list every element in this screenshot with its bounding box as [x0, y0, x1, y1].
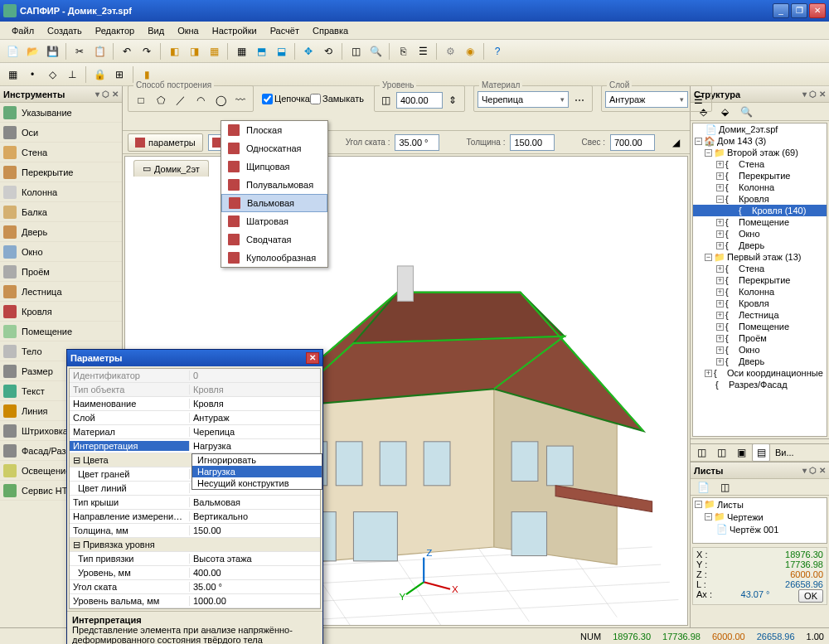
viewport-tab[interactable]: ▭ Домик_2эт	[133, 160, 209, 177]
view-icon[interactable]: ⬒	[252, 42, 270, 61]
prop-value[interactable]: 150.00	[190, 525, 320, 535]
level-input[interactable]	[396, 92, 443, 109]
prop-row[interactable]: Тип объектаКровля	[70, 383, 320, 397]
panel-pin-icon[interactable]: ▾ ⬡ ✕	[95, 90, 119, 99]
snap-grid-icon[interactable]: ▦	[3, 65, 22, 84]
menu-Настройки[interactable]: Настройки	[206, 24, 264, 37]
prop-value[interactable]: 0	[190, 370, 320, 380]
tool-Стена[interactable]: Стена	[0, 143, 122, 162]
prop-row[interactable]: НаименованиеКровля	[70, 397, 320, 411]
menu-Редактор[interactable]: Редактор	[89, 24, 141, 37]
prop-value[interactable]: Антураж	[190, 413, 320, 423]
tree-item[interactable]: −🏠Дом 143 (3)	[693, 135, 827, 147]
tool-Помещение[interactable]: Помещение	[0, 322, 122, 341]
shape-rect-icon[interactable]: □	[132, 91, 150, 109]
copy-icon[interactable]: ⎘	[394, 42, 412, 61]
property-grid[interactable]: Идентификатор0Тип объектаКровляНаименова…	[69, 368, 321, 609]
open-icon[interactable]: 📂	[23, 42, 41, 61]
menu-Окна[interactable]: Окна	[171, 24, 206, 37]
expand-icon[interactable]: +	[716, 288, 724, 296]
tool-Балка[interactable]: Балка	[0, 202, 122, 222]
prop-row[interactable]: Тип привязкиВысота этажа	[70, 552, 320, 566]
expand-icon[interactable]: +	[716, 161, 724, 168]
tool-3-icon[interactable]: ▦	[205, 42, 223, 61]
level-pick-icon[interactable]: ⇕	[444, 91, 461, 109]
tree-item[interactable]: +{Стена	[693, 158, 827, 170]
thickness-input[interactable]	[510, 134, 555, 151]
select-icon[interactable]: ◫	[347, 42, 365, 61]
view2-icon[interactable]: ⬓	[272, 42, 290, 61]
prop-row[interactable]: Идентификатор0	[70, 369, 320, 383]
snap-mid-icon[interactable]: ◇	[43, 65, 61, 84]
roof-option[interactable]: Плоская	[221, 121, 327, 139]
tree-item[interactable]: +{Дверь	[693, 240, 827, 251]
tool-Оси[interactable]: Оси	[0, 123, 122, 143]
shape-ellipse-icon[interactable]: ◯	[211, 91, 230, 109]
interpretation-dropdown[interactable]: ИгнорироватьНагрузкаНесущий конструктив	[191, 453, 322, 490]
prop-value[interactable]: 35.00 °	[190, 582, 320, 592]
expand-icon[interactable]: +	[716, 358, 724, 366]
prop-value[interactable]: Вертикально	[190, 511, 320, 521]
zoom-icon[interactable]: 🔍	[366, 42, 385, 61]
expand-icon[interactable]: +	[716, 184, 724, 191]
expand-icon[interactable]: +	[716, 312, 724, 319]
roof-edge-icon[interactable]: ◢	[667, 133, 685, 152]
menu-Вид[interactable]: Вид	[141, 24, 171, 37]
tool-Колонна[interactable]: Колонна	[0, 182, 122, 202]
tool-2-icon[interactable]: ◨	[185, 42, 203, 61]
sheets-db-icon[interactable]: ◫	[712, 443, 730, 462]
tool-Кровля[interactable]: Кровля	[0, 302, 122, 322]
tree-item[interactable]: 📄Домик_2эт.spf	[693, 123, 827, 135]
structure-tree[interactable]: 📄Домик_2эт.spf−🏠Дом 143 (3)−📁Второй этаж…	[692, 123, 827, 437]
tree-item[interactable]: +{Колонна	[693, 182, 827, 193]
move-icon[interactable]: ✥	[299, 42, 318, 61]
chain-checkbox[interactable]	[262, 94, 273, 104]
new-icon[interactable]: 📄	[3, 42, 22, 61]
interp-option[interactable]: Игнорировать	[192, 454, 322, 466]
sheets-3d-icon[interactable]: ▣	[732, 443, 750, 462]
prop-row[interactable]: ИнтерпретацияНагрузка	[70, 439, 320, 453]
prop-value[interactable]: 400.00	[190, 568, 320, 578]
tree-item[interactable]: +{Окно	[693, 228, 827, 240]
menu-Файл[interactable]: Файл	[5, 24, 41, 37]
layers-icon[interactable]: ☰	[414, 42, 432, 61]
tool-Лестница[interactable]: Лестница	[0, 282, 122, 302]
render-icon[interactable]: ◉	[461, 42, 479, 61]
expand-icon[interactable]: −	[716, 196, 724, 203]
sheet-view-icon[interactable]: ◫	[715, 478, 734, 496]
maximize-button[interactable]: ❐	[791, 3, 807, 18]
expand-icon[interactable]: +	[716, 172, 724, 180]
tree-item[interactable]: +{Оси координационные	[693, 367, 827, 379]
interp-option[interactable]: Нагрузка	[192, 466, 322, 477]
gear-icon[interactable]: ⚙	[441, 42, 459, 61]
material-dropdown[interactable]: Черепица ▾	[478, 91, 569, 108]
dialog-close-button[interactable]: ✕	[306, 352, 319, 364]
tree-item[interactable]: +{Кровля	[693, 298, 827, 309]
tree-item[interactable]: +{Помещение	[693, 321, 827, 332]
tree-item[interactable]: +{Стена	[693, 263, 827, 274]
snap-endpoint-icon[interactable]: •	[23, 65, 41, 84]
tree-item[interactable]: +{Колонна	[693, 286, 827, 298]
tool-Окно[interactable]: Окно	[0, 242, 122, 262]
save-icon[interactable]: 💾	[43, 42, 61, 61]
prop-row[interactable]: МатериалЧерепица	[70, 425, 320, 439]
prop-value[interactable]: Кровля	[190, 399, 320, 409]
tree-item[interactable]: +{Перекрытие	[693, 274, 827, 286]
overhang-input[interactable]	[610, 134, 655, 151]
prop-value[interactable]: Черепица	[190, 427, 320, 437]
paste-icon[interactable]: 📋	[90, 42, 109, 61]
expand-icon[interactable]: +	[716, 219, 724, 226]
shape-free-icon[interactable]: 〰	[231, 91, 250, 109]
prop-row[interactable]: Толщина, мм150.00	[70, 524, 320, 538]
cut-icon[interactable]: ✂	[70, 42, 89, 61]
roof-option[interactable]: Куполообразная	[221, 249, 327, 267]
slope-input[interactable]	[395, 134, 439, 151]
level-icon[interactable]: ◫	[378, 91, 395, 109]
close-button[interactable]: ✕	[809, 3, 826, 18]
expand-icon[interactable]: +	[716, 335, 724, 342]
tree-item[interactable]: +{Перекрытие	[693, 170, 827, 182]
dialog-titlebar[interactable]: Параметры ✕	[67, 350, 322, 366]
tree-item[interactable]: +{Лестница	[693, 309, 827, 321]
shape-arc-icon[interactable]: ◠	[191, 91, 210, 109]
roof-option[interactable]: Сводчатая	[221, 230, 327, 249]
